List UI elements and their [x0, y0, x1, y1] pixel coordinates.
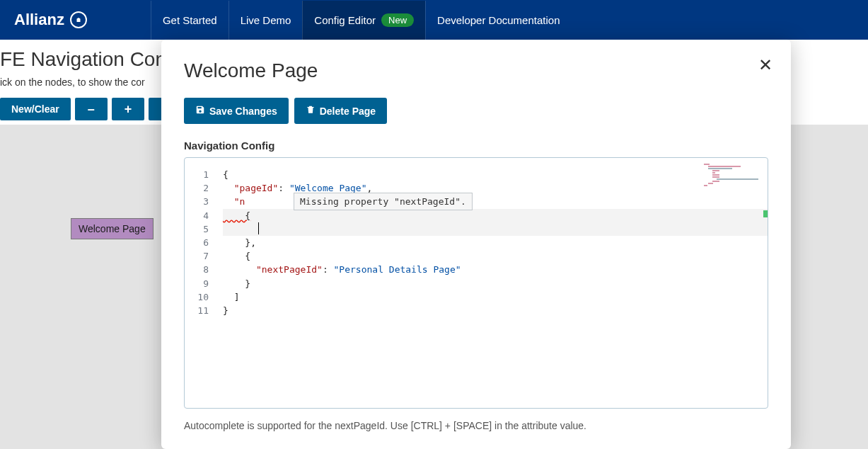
code-editor[interactable]: 1 2 3 4 5 6 7 8 9 10 11 { "pageId": "Wel…	[184, 157, 768, 409]
section-label: Navigation Config	[184, 140, 768, 152]
brand-text: Allianz	[14, 11, 64, 29]
editor-hint: Autocomplete is supported for the nextPa…	[184, 420, 768, 431]
node-welcome-page[interactable]: Welcome Page	[71, 218, 154, 239]
zoom-in-button[interactable]: +	[112, 98, 145, 120]
config-modal: ✕ Welcome Page Save Changes Delete Page …	[161, 40, 791, 449]
error-tooltip: Missing property "nextPageId".	[294, 193, 473, 210]
save-icon	[195, 105, 205, 117]
close-icon[interactable]: ✕	[758, 55, 772, 75]
nav-live-demo[interactable]: Live Demo	[228, 1, 303, 40]
top-nav: Allianz Get Started Live Demo Config Edi…	[0, 0, 868, 40]
nav-dev-docs[interactable]: Developer Documentation	[425, 1, 571, 40]
trash-icon	[306, 105, 316, 117]
nav-config-editor[interactable]: Config Editor New	[302, 1, 425, 40]
delete-button[interactable]: Delete Page	[294, 98, 387, 124]
modal-actions: Save Changes Delete Page	[184, 98, 768, 124]
code-content[interactable]: { "pageId": "Welcome Page", "n { }, { "n…	[223, 168, 768, 317]
change-indicator	[763, 210, 768, 217]
zoom-out-button[interactable]: –	[75, 98, 108, 120]
brand-logo: Allianz	[14, 11, 87, 29]
minimap[interactable]	[704, 164, 763, 199]
new-badge: New	[381, 13, 414, 27]
nav-items: Get Started Live Demo Config Editor New …	[151, 1, 572, 40]
brand-icon	[70, 11, 87, 28]
line-gutter: 1 2 3 4 5 6 7 8 9 10 11	[185, 168, 223, 317]
modal-title: Welcome Page	[184, 59, 768, 82]
nav-get-started[interactable]: Get Started	[151, 1, 228, 40]
new-clear-button[interactable]: New/Clear	[0, 98, 71, 120]
save-button[interactable]: Save Changes	[184, 98, 289, 124]
text-cursor	[258, 222, 259, 234]
